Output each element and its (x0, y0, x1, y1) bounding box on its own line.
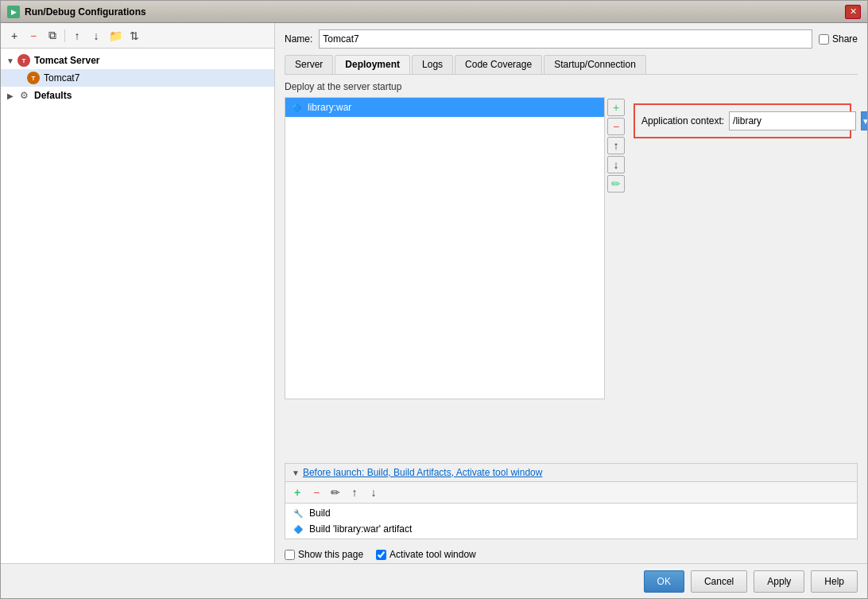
war-icon: 🔷 (290, 101, 303, 114)
tomcat-server-label: Tomcat Server (34, 55, 99, 66)
before-launch-section: ▼ Before launch: Build, Build Artifacts,… (285, 463, 858, 539)
tab-logs[interactable]: Logs (412, 55, 453, 74)
cancel-button[interactable]: Cancel (691, 570, 747, 593)
tomcat7-label: Tomcat7 (44, 72, 79, 84)
bottom-options: Show this page Activate tool window (285, 546, 858, 563)
artifact-build-icon: 🔷 (292, 523, 304, 535)
window-icon: ▶ (7, 6, 20, 18)
activate-tool-window-checkbox[interactable] (376, 550, 386, 560)
bottom-bar: OK Cancel Apply Help (1, 563, 867, 598)
apply-button[interactable]: Apply (754, 570, 804, 593)
app-context-input[interactable] (729, 111, 856, 130)
tab-deployment[interactable]: Deployment (335, 55, 410, 74)
before-launch-item-artifact-label: Build 'library:war' artifact (309, 523, 412, 535)
close-button[interactable]: ✕ (845, 5, 861, 19)
share-checkbox[interactable] (819, 34, 829, 45)
app-context-dropdown[interactable]: ▼ (861, 111, 867, 130)
run-debug-configurations-window: ▶ Run/Debug Configurations ✕ + − ⧉ ↑ ↓ 📁… (0, 0, 868, 599)
tab-startup-connection[interactable]: Startup/Connection (544, 55, 646, 74)
deploy-remove-button[interactable]: − (607, 118, 625, 135)
copy-config-button[interactable]: ⧉ (44, 27, 61, 45)
before-launch-header: ▼ Before launch: Build, Build Artifacts,… (285, 464, 857, 482)
deploy-label: Deploy at the server startup (285, 81, 858, 92)
show-page-checkbox[interactable] (285, 550, 295, 560)
config-tree: ▼ T Tomcat Server T Tomcat7 ▶ (1, 49, 274, 563)
deploy-side-buttons: + − ↑ ↓ ✏ (605, 97, 627, 457)
before-add-button[interactable]: + (289, 484, 306, 501)
move-down-button[interactable]: ↓ (87, 27, 105, 45)
before-launch-items: 🔧 Build 🔷 Build 'library:war' artifact (285, 504, 857, 539)
tabs-row: Server Deployment Logs Code Coverage Sta… (285, 55, 858, 75)
tomcat7-icon: T (26, 71, 41, 85)
deploy-add-button[interactable]: + (607, 99, 625, 116)
tree-defaults[interactable]: ▶ ⚙ Defaults (1, 87, 274, 104)
defaults-label: Defaults (34, 90, 72, 101)
deployment-tab-content: Deploy at the server startup 🔷 library:w… (285, 81, 858, 563)
expand-arrow-tomcat: ▼ (4, 54, 17, 67)
main-content: + − ⧉ ↑ ↓ 📁 ⇅ ▼ T Tomcat Server (1, 23, 867, 563)
before-down-button[interactable]: ↓ (365, 484, 382, 501)
sort-button[interactable]: ⇅ (126, 27, 143, 45)
app-context-panel: Application context: ▼ (627, 97, 858, 457)
deploy-edit-button[interactable]: ✏ (607, 175, 625, 193)
tomcat-server-icon: T (17, 53, 31, 68)
defaults-icon: ⚙ (17, 88, 31, 103)
before-launch-title[interactable]: Before launch: Build, Build Artifacts, A… (303, 467, 543, 478)
right-panel: Name: Share Server Deployment Logs Code … (275, 23, 867, 563)
remove-config-button[interactable]: − (25, 27, 42, 45)
tab-code-coverage[interactable]: Code Coverage (455, 55, 542, 74)
deploy-up-button[interactable]: ↑ (607, 137, 625, 154)
separator-1 (64, 29, 65, 42)
before-remove-button[interactable]: − (308, 484, 325, 501)
ok-button[interactable]: OK (644, 570, 684, 593)
tree-tomcat-server[interactable]: ▼ T Tomcat Server (1, 52, 274, 69)
build-icon: 🔧 (292, 507, 304, 519)
tree-tomcat7[interactable]: T Tomcat7 (1, 69, 274, 87)
before-launch-toggle[interactable]: ▼ (292, 469, 300, 477)
show-page-area: Show this page (285, 549, 363, 560)
before-launch-item-artifact[interactable]: 🔷 Build 'library:war' artifact (285, 521, 857, 537)
help-button[interactable]: Help (811, 570, 858, 593)
deploy-area: 🔷 library:war + − ↑ ↓ ✏ Applic (285, 97, 858, 457)
deploy-item-label: library:war (308, 102, 351, 113)
add-config-button[interactable]: + (6, 27, 23, 45)
deploy-item-library-war[interactable]: 🔷 library:war (285, 98, 604, 117)
expand-arrow-defaults: ▶ (4, 89, 17, 102)
folder-button[interactable]: 📁 (107, 27, 124, 45)
before-launch-item-build[interactable]: 🔧 Build (285, 505, 857, 521)
app-context-box: Application context: ▼ (634, 103, 851, 138)
tab-server[interactable]: Server (285, 55, 333, 74)
before-edit-button[interactable]: ✏ (327, 484, 344, 501)
app-context-label: Application context: (641, 115, 724, 126)
left-panel: + − ⧉ ↑ ↓ 📁 ⇅ ▼ T Tomcat Server (1, 23, 275, 563)
name-label: Name: (285, 33, 312, 45)
name-input[interactable] (319, 29, 812, 49)
share-label: Share (832, 33, 858, 45)
before-up-button[interactable]: ↑ (346, 484, 363, 501)
name-row: Name: Share (285, 29, 858, 49)
show-page-label: Show this page (298, 549, 363, 560)
title-bar: ▶ Run/Debug Configurations ✕ (1, 1, 867, 23)
before-launch-item-build-label: Build (309, 508, 331, 519)
window-title: Run/Debug Configurations (25, 6, 146, 18)
activate-tool-window-label: Activate tool window (389, 549, 476, 560)
left-toolbar: + − ⧉ ↑ ↓ 📁 ⇅ (1, 23, 274, 49)
deploy-down-button[interactable]: ↓ (607, 156, 625, 173)
move-up-button[interactable]: ↑ (68, 27, 86, 45)
before-launch-toolbar: + − ✏ ↑ ↓ (285, 482, 857, 504)
activate-tool-window-area: Activate tool window (376, 549, 476, 560)
deploy-list: 🔷 library:war (285, 97, 605, 399)
